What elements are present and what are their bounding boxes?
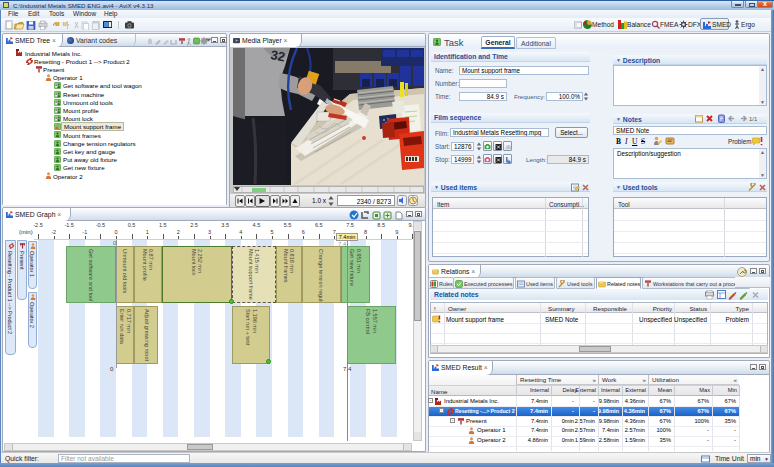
- svg-text:32: 32: [269, 48, 286, 64]
- svg-text:1/1: 1/1: [749, 116, 757, 122]
